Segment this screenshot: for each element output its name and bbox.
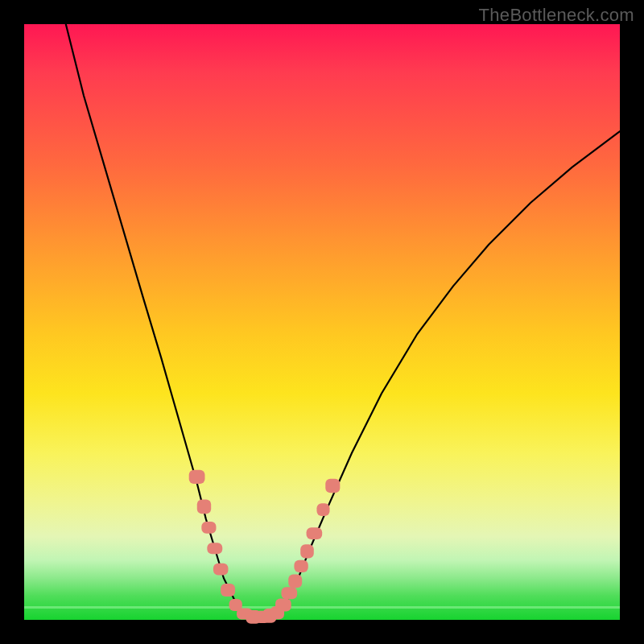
bottleneck-curve xyxy=(66,24,620,619)
curve-group xyxy=(66,24,620,619)
left-cluster-marker xyxy=(207,543,222,554)
right-cluster-marker xyxy=(288,575,302,588)
left-cluster-marker xyxy=(197,499,211,514)
plot-area xyxy=(24,24,620,620)
curve-layer xyxy=(24,24,620,620)
right-cluster-marker xyxy=(307,527,323,539)
right-cluster-marker xyxy=(316,503,329,516)
right-cluster-marker xyxy=(275,599,291,612)
left-cluster-marker xyxy=(201,522,216,534)
marker-group xyxy=(189,470,341,624)
right-cluster-marker xyxy=(294,560,308,572)
right-cluster-marker xyxy=(300,544,314,558)
left-cluster-marker xyxy=(213,564,229,576)
watermark-text: TheBottleneck.com xyxy=(479,5,634,26)
left-cluster-marker xyxy=(189,470,205,484)
left-cluster-marker xyxy=(221,584,235,597)
chart-frame: TheBottleneck.com xyxy=(0,0,644,644)
right-cluster-marker xyxy=(325,479,340,493)
right-cluster-marker xyxy=(281,587,297,599)
